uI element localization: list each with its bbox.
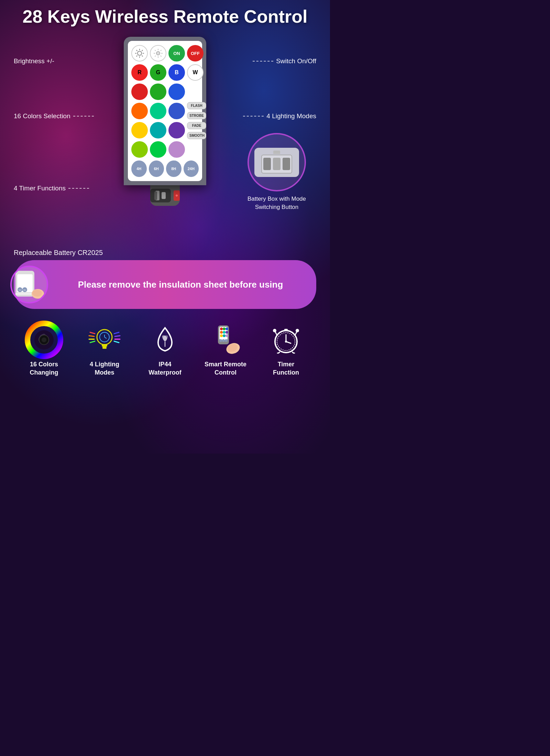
colors-selection-text: 16 Colors Selection [14, 112, 70, 120]
btn-color-blue-mid[interactable] [168, 84, 185, 100]
btn-flash[interactable]: FLASH [187, 102, 206, 109]
svg-line-6 [142, 56, 143, 57]
switch-on-off-text: Switch On/Off [276, 57, 316, 65]
insulation-circle: 6H 8H [10, 266, 48, 303]
icon-remote [208, 323, 243, 357]
btn-8h[interactable]: 8H [166, 160, 182, 177]
icon-colors-label: 16 ColorsChanging [30, 360, 58, 377]
color-row-4 [131, 141, 185, 158]
btn-6h[interactable]: 6H [149, 160, 164, 177]
btn-color-lavender[interactable] [168, 141, 185, 158]
btn-color-purple[interactable] [168, 122, 185, 138]
svg-line-15 [161, 56, 162, 57]
mode-buttons: FLASH STROBE FADE SMOOTH [187, 84, 206, 158]
svg-line-16 [161, 50, 162, 51]
btn-smooth[interactable]: SMOOTH [187, 132, 206, 139]
btn-on[interactable]: ON [168, 45, 185, 62]
svg-point-59 [225, 339, 228, 342]
svg-line-42 [115, 336, 120, 336]
svg-text:8H: 8H [23, 289, 26, 291]
svg-line-37 [90, 332, 95, 334]
btn-white[interactable]: W [187, 64, 204, 81]
svg-line-17 [155, 56, 156, 57]
color-row-2 [131, 103, 185, 119]
btn-color-yellow[interactable] [131, 122, 148, 138]
label-4lighting: 4 Lighting Modes [243, 112, 316, 120]
btn-red[interactable]: R [131, 64, 148, 81]
btn-color-orange[interactable] [131, 103, 148, 119]
battery-slot [150, 189, 171, 202]
icon-colors [27, 323, 61, 357]
btn-color-teal[interactable] [150, 103, 166, 119]
btn-brightness-plus[interactable] [131, 45, 148, 62]
color-row-3 [131, 122, 185, 138]
remote-inner: ON OFF R G B W [128, 41, 202, 181]
label-switch: Switch On/Off [253, 57, 316, 65]
battery-box-inner [254, 148, 299, 177]
icon-lighting [87, 323, 122, 357]
btn-color-green-light[interactable] [150, 141, 166, 158]
btn-row-top: ON OFF [131, 45, 199, 62]
btn-green[interactable]: G [150, 64, 166, 81]
btn-color-green-mid[interactable] [150, 84, 166, 100]
svg-rect-32 [102, 344, 107, 347]
svg-point-49 [223, 327, 226, 330]
svg-line-36 [104, 337, 107, 338]
insulation-section: 6H 8H Please remove the insulation sheet… [14, 260, 316, 309]
svg-point-51 [220, 331, 223, 334]
label-4timer: 4 Timer Functions [14, 185, 89, 192]
page-title: 28 Keys Wireless Remote Control [14, 7, 316, 26]
btn-color-red-dark[interactable] [131, 84, 148, 100]
color-row-1 [131, 84, 185, 100]
svg-point-58 [222, 339, 225, 342]
svg-point-57 [219, 339, 222, 342]
btn-brightness-minus[interactable] [150, 45, 166, 62]
svg-point-50 [226, 327, 228, 330]
svg-line-40 [90, 341, 95, 343]
svg-point-48 [220, 327, 223, 330]
svg-point-54 [220, 334, 223, 337]
btn-strobe[interactable]: STROBE [187, 112, 206, 119]
remote-container: ON OFF R G B W [124, 37, 206, 206]
svg-line-38 [89, 336, 94, 336]
btn-24h[interactable]: 24H [184, 160, 199, 177]
icon-lighting-label: 4 LightingModes [90, 360, 119, 377]
svg-point-55 [223, 334, 226, 337]
svg-point-68 [285, 341, 287, 343]
label-brightness: Brightness +/- [14, 57, 54, 65]
btn-color-blue-med[interactable] [168, 103, 185, 119]
svg-rect-33 [102, 347, 107, 349]
svg-point-52 [223, 331, 226, 334]
svg-point-30 [42, 337, 46, 342]
svg-line-8 [136, 56, 138, 57]
svg-rect-69 [284, 329, 288, 331]
svg-point-0 [138, 51, 142, 55]
icon-waterproof [148, 323, 182, 357]
icon-timer [269, 323, 303, 357]
icon-item-lighting: 4 LightingModes [77, 323, 132, 377]
btn-row-rgbw: R G B W [131, 64, 199, 81]
icon-item-timer: TimerFunction [258, 323, 314, 377]
btn-off[interactable]: OFF [187, 45, 204, 62]
color-columns [131, 84, 185, 158]
icon-remote-label: Smart RemoteControl [205, 360, 246, 377]
btn-color-cyan[interactable] [150, 122, 166, 138]
timer-functions-text: 4 Timer Functions [14, 185, 66, 192]
battery-box-detail [261, 155, 292, 174]
btn-color-yellow-green[interactable] [131, 141, 148, 158]
label-16colors: 16 Colors Selection [14, 112, 94, 120]
remote-body: ON OFF R G B W [124, 37, 206, 185]
svg-point-56 [226, 334, 228, 337]
battery-box-area: Battery Box with ModeSwitching Button [248, 133, 306, 211]
btn-blue[interactable]: B [168, 64, 185, 81]
icons-section: 16 ColorsChanging [14, 316, 316, 387]
insulation-text: Please remove the insulation sheet befor… [55, 279, 306, 290]
page-content: 28 Keys Wireless Remote Control Brightne… [0, 0, 330, 394]
icon-item-remote: Smart RemoteControl [198, 323, 253, 377]
btn-4h[interactable]: 4H [131, 160, 147, 177]
svg-point-53 [226, 331, 228, 334]
svg-line-14 [155, 50, 156, 51]
btn-fade[interactable]: FADE [187, 122, 206, 129]
remote-wrapper: ON OFF R G B W [124, 37, 206, 206]
svg-point-65 [296, 329, 299, 332]
